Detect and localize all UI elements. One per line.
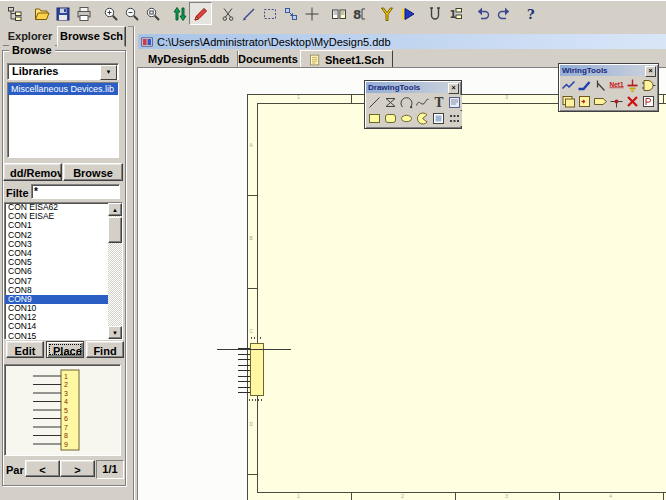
scroll-up-icon[interactable]: ▲ bbox=[108, 203, 122, 216]
zone-divider-bottom bbox=[351, 492, 352, 500]
edit-button[interactable]: Edit bbox=[6, 341, 44, 358]
crosshair-button[interactable] bbox=[300, 2, 323, 25]
library-list-item[interactable]: Miscellaneous Devices.lib bbox=[8, 83, 118, 95]
scroll-down-icon[interactable]: ▼ bbox=[108, 326, 122, 339]
scrollbar-thumb[interactable] bbox=[108, 217, 122, 243]
help-button[interactable]: ? bbox=[519, 2, 542, 25]
draw-polygon-button[interactable] bbox=[383, 95, 398, 110]
draw-line-button[interactable] bbox=[367, 95, 382, 110]
draw-rounded-rectangle-button[interactable] bbox=[383, 111, 398, 126]
browse-type-dropdown[interactable]: Libraries ▼ bbox=[7, 63, 119, 80]
schematic-sheet[interactable] bbox=[247, 94, 666, 500]
draw-text-frame-button[interactable] bbox=[447, 95, 462, 110]
component-pin bbox=[238, 354, 250, 355]
wiring-tools-title[interactable]: WiringTools × bbox=[560, 65, 657, 76]
text-tool-icon: T bbox=[431, 95, 446, 110]
svg-text:T: T bbox=[435, 96, 444, 110]
close-icon[interactable]: × bbox=[645, 66, 656, 77]
power-port-icon bbox=[625, 78, 640, 93]
cut-button[interactable] bbox=[216, 2, 239, 25]
move-objects-button[interactable] bbox=[279, 2, 302, 25]
graphic-icon bbox=[431, 111, 446, 126]
wire-part-button[interactable] bbox=[641, 78, 656, 93]
schematic-canvas[interactable]: 12341234ABCD bbox=[137, 67, 666, 500]
redline-markup-button[interactable] bbox=[189, 2, 212, 25]
undo-button[interactable] bbox=[471, 2, 494, 25]
wire-sheet-entry-button[interactable] bbox=[577, 94, 592, 109]
draw-ellipse-button[interactable] bbox=[399, 111, 414, 126]
print-button[interactable] bbox=[72, 2, 95, 25]
draw-rectangle-button[interactable] bbox=[367, 111, 382, 126]
wire-bus-entry-button[interactable] bbox=[593, 78, 608, 93]
line-icon bbox=[367, 95, 382, 110]
draw-arc-button[interactable] bbox=[399, 95, 414, 110]
component-item[interactable]: CON15 bbox=[5, 332, 122, 340]
explorer-panel-icon bbox=[7, 6, 23, 22]
net-label-icon: Net1 bbox=[609, 78, 624, 93]
run-tool-button[interactable] bbox=[396, 2, 419, 25]
save-button[interactable] bbox=[51, 2, 74, 25]
browse-netlist-button[interactable] bbox=[327, 2, 350, 25]
zone-label: 3 bbox=[505, 95, 508, 100]
wiring-tools-palette: WiringTools × Net1 bbox=[558, 63, 659, 112]
drawing-tools-title[interactable]: DrawingTools × bbox=[366, 82, 460, 93]
draw-text-tool-button[interactable]: T bbox=[431, 95, 446, 110]
chevron-down-icon[interactable]: ▼ bbox=[100, 65, 117, 80]
close-icon[interactable]: × bbox=[448, 83, 459, 94]
wire-net-label-button[interactable]: Net1 bbox=[609, 78, 624, 93]
tab-documents[interactable]: Documents bbox=[230, 51, 307, 67]
draw-array-button[interactable] bbox=[447, 111, 462, 126]
svg-text:3: 3 bbox=[64, 390, 68, 397]
open-document-icon bbox=[34, 6, 50, 22]
print-icon bbox=[76, 6, 92, 22]
tab-mydesign5[interactable]: MyDesign5.ddb bbox=[140, 51, 238, 67]
add-remove-button[interactable]: dd/Remove bbox=[3, 163, 62, 181]
sheet-entry-icon bbox=[577, 94, 592, 109]
redo-button[interactable] bbox=[492, 2, 515, 25]
zoom-in-button[interactable] bbox=[99, 2, 122, 25]
update-parts-icon bbox=[172, 6, 188, 22]
bus-entry-icon bbox=[593, 78, 608, 93]
hierarchy-button[interactable]: 1 bbox=[444, 2, 467, 25]
wire-no-erc-button[interactable] bbox=[625, 94, 640, 109]
draw-graphic-button[interactable] bbox=[431, 111, 446, 126]
wire-wire-button[interactable] bbox=[561, 78, 576, 93]
document-titlebar[interactable]: C:\Users\Administrator\Desktop\MyDesign5… bbox=[138, 34, 666, 49]
document-window: C:\Users\Administrator\Desktop\MyDesign5… bbox=[133, 26, 666, 500]
browse-button[interactable]: Browse bbox=[63, 163, 123, 181]
zone-divider-left bbox=[247, 195, 258, 196]
sheet-symbol-icon bbox=[561, 94, 576, 109]
wiring-tools-button[interactable] bbox=[375, 2, 398, 25]
wire-junction-button[interactable] bbox=[609, 94, 624, 109]
next-part-button[interactable]: > bbox=[60, 460, 95, 477]
draw-pie-button[interactable] bbox=[415, 111, 430, 126]
wire-directive-button[interactable] bbox=[641, 94, 656, 109]
zoom-out-button[interactable] bbox=[120, 2, 143, 25]
part-browser-button[interactable]: 8 bbox=[348, 2, 371, 25]
wire-sheet-symbol-button[interactable] bbox=[561, 94, 576, 109]
run-tool-icon bbox=[400, 6, 416, 22]
zoom-area-button[interactable] bbox=[141, 2, 164, 25]
database-icon bbox=[141, 36, 153, 48]
zone-divider-left bbox=[247, 288, 258, 289]
wire-port-button[interactable] bbox=[593, 94, 608, 109]
filter-input[interactable] bbox=[31, 184, 120, 199]
wire-power-port-button[interactable] bbox=[625, 78, 640, 93]
wire-bus-button[interactable] bbox=[577, 78, 592, 93]
select-area-button[interactable] bbox=[258, 2, 281, 25]
tab-browse-sch[interactable]: Browse Sch bbox=[57, 26, 126, 47]
component-body[interactable] bbox=[250, 343, 264, 396]
find-button[interactable]: Find bbox=[86, 341, 124, 358]
place-button[interactable]: Place bbox=[46, 341, 84, 358]
prev-part-button[interactable]: < bbox=[25, 460, 60, 477]
cut-icon bbox=[220, 6, 236, 22]
draw-line-button[interactable] bbox=[237, 2, 260, 25]
open-document-button[interactable] bbox=[30, 2, 53, 25]
simulation-button[interactable] bbox=[423, 2, 446, 25]
component-list-scrollbar[interactable]: ▲ ▼ bbox=[108, 203, 122, 339]
draw-bezier-button[interactable] bbox=[415, 95, 430, 110]
update-parts-button[interactable] bbox=[168, 2, 191, 25]
explorer-panel-button[interactable] bbox=[3, 2, 26, 25]
wire-icon bbox=[561, 78, 576, 93]
component-pin bbox=[238, 365, 250, 366]
